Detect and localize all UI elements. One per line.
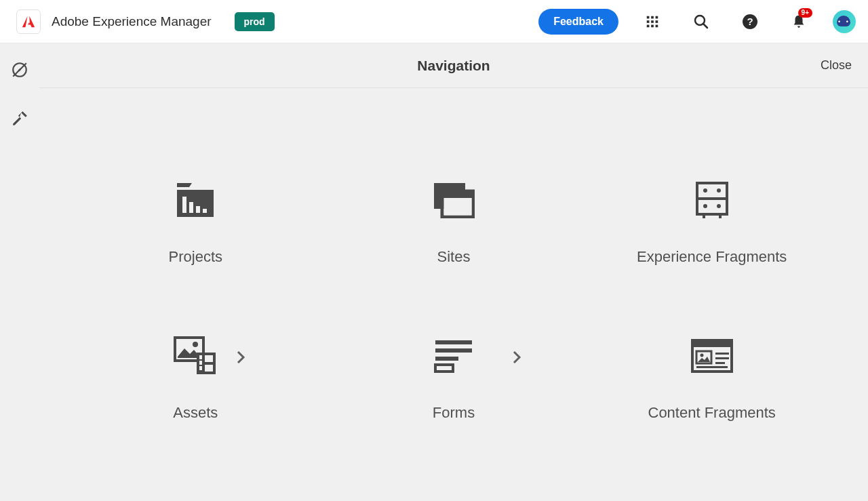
tile-label: Content Fragments [648, 404, 776, 422]
feedback-button[interactable]: Feedback [538, 9, 618, 35]
svg-rect-5 [656, 20, 658, 23]
svg-rect-30 [703, 214, 705, 218]
svg-rect-23 [443, 198, 471, 216]
nav-tiles: Projects Sites [39, 88, 868, 501]
app-title: Adobe Experience Manager [52, 14, 212, 29]
svg-rect-2 [656, 16, 658, 18]
svg-rect-18 [196, 206, 200, 213]
svg-rect-45 [692, 340, 732, 347]
notifications-button[interactable]: 9+ [784, 7, 814, 37]
env-badge: prod [235, 12, 275, 31]
svg-rect-43 [435, 365, 453, 372]
hammer-icon [11, 110, 28, 127]
svg-rect-39 [205, 365, 213, 372]
search-button[interactable] [686, 7, 716, 37]
tile-sites[interactable]: Sites [325, 180, 583, 336]
top-header: Adobe Experience Manager prod Feedback ? [0, 0, 868, 43]
forms-icon [434, 336, 473, 376]
chevron-right-icon [236, 350, 245, 367]
tile-label: Experience Fragments [637, 248, 787, 266]
svg-point-33 [193, 342, 198, 347]
svg-rect-17 [189, 202, 193, 213]
content-fragments-icon [691, 336, 733, 376]
tile-forms[interactable]: Forms [325, 336, 583, 492]
svg-rect-1 [651, 16, 654, 18]
rail-navigation-button[interactable] [7, 57, 33, 83]
svg-rect-38 [205, 355, 213, 362]
svg-rect-7 [651, 24, 654, 27]
svg-line-10 [703, 24, 707, 28]
svg-rect-36 [199, 361, 202, 365]
tile-label: Projects [169, 248, 222, 266]
tile-content-fragments[interactable]: Content Fragments [583, 336, 841, 492]
nav-header: Navigation Close [39, 43, 868, 88]
svg-rect-51 [696, 366, 728, 368]
apps-grid-icon [645, 14, 660, 29]
svg-rect-6 [647, 24, 650, 27]
adobe-a-icon [21, 14, 36, 29]
svg-point-29 [717, 204, 721, 208]
svg-rect-19 [203, 209, 207, 213]
svg-rect-3 [647, 20, 650, 23]
chevron-right-icon [512, 350, 521, 367]
apps-button[interactable] [637, 7, 667, 37]
notification-badge: 9+ [798, 8, 812, 18]
svg-rect-0 [647, 16, 650, 18]
svg-rect-48 [715, 353, 729, 355]
tile-label: Sites [437, 248, 471, 266]
rail-tools-button[interactable] [7, 106, 33, 132]
sites-icon [433, 180, 475, 220]
main-wrap: Navigation Close Projects [0, 43, 868, 501]
svg-rect-40 [435, 340, 472, 344]
left-rail [0, 43, 39, 501]
close-button[interactable]: Close [821, 58, 852, 73]
svg-rect-8 [656, 24, 658, 27]
tile-projects[interactable]: Projects [66, 180, 325, 336]
avatar[interactable] [833, 10, 856, 33]
experience-fragments-icon [696, 180, 728, 220]
assets-icon [174, 336, 217, 376]
tile-label: Forms [433, 404, 475, 422]
svg-point-27 [717, 188, 721, 193]
content-area: Navigation Close Projects [39, 43, 868, 501]
svg-point-47 [700, 354, 703, 357]
help-icon: ? [742, 14, 758, 30]
tile-experience-fragments[interactable]: Experience Fragments [583, 180, 841, 336]
svg-point-26 [703, 188, 707, 193]
nav-title: Navigation [417, 58, 490, 74]
svg-rect-35 [199, 355, 202, 359]
svg-rect-22 [442, 191, 473, 198]
svg-rect-16 [182, 197, 186, 213]
svg-rect-37 [199, 366, 202, 370]
projects-icon [176, 180, 215, 220]
tile-label: Assets [173, 404, 218, 422]
svg-rect-41 [435, 348, 472, 353]
adobe-logo[interactable] [16, 9, 41, 34]
svg-point-28 [703, 204, 707, 208]
svg-text:?: ? [747, 16, 753, 27]
svg-rect-31 [719, 214, 722, 218]
compass-icon [11, 61, 28, 79]
tile-assets[interactable]: Assets [66, 336, 325, 492]
svg-rect-50 [715, 362, 725, 364]
search-icon [693, 14, 709, 30]
help-button[interactable]: ? [735, 7, 765, 37]
svg-rect-4 [651, 20, 654, 23]
svg-rect-42 [435, 357, 458, 361]
svg-rect-49 [715, 357, 729, 359]
